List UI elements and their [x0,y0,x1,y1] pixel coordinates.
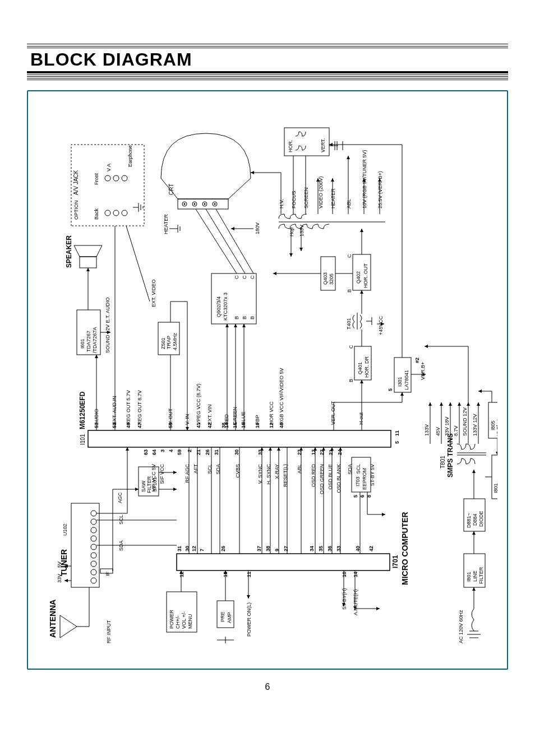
tuner-block: TUNER U102 33V 5V [57,503,99,587]
svg-text:26: 26 [205,449,210,455]
svg-text:26: 26 [220,546,226,551]
svg-text:15: 15 [232,423,238,428]
svg-text:ABL: ABL [346,199,352,208]
svg-text:PRE: PRE [220,611,225,622]
svg-point-11 [91,519,96,525]
svg-text:Q402: Q402 [356,271,361,284]
stby-label: ST-BY(H) [342,588,347,610]
svg-text:B: B [234,316,239,319]
svg-point-7 [91,553,96,558]
svg-text:31: 31 [214,449,219,455]
svg-text:133V 12V: 133V 12V [472,414,478,436]
svg-point-90 [122,210,127,216]
t401-block: T401 +45VCC [346,290,384,346]
antenna-label: ANTENNA [48,600,57,638]
svg-text:Z501: Z501 [160,337,166,349]
page-number: 6 [0,682,535,692]
svg-rect-83 [71,145,144,226]
svg-text:TDA7267: TDA7267 [86,331,91,352]
svg-text:MENU: MENU [187,614,193,629]
ac-plug: AC 120V 60Hz [458,587,481,643]
svg-text:12: 12 [269,423,274,428]
svg-text:OPTION: OPTION [73,200,79,220]
svg-text:D881~: D881~ [466,513,472,528]
svg-text:V A: V A [106,164,112,171]
power-on-label: POWER ON(L) [246,602,252,637]
svg-text:SDA: SDA [118,540,124,551]
hor-out-block: Q402 HOR. OUT B C [347,229,371,293]
svg-text:EXT. VIN: EXT. VIN [207,404,213,425]
svg-point-10 [91,527,96,533]
svg-text:VER. OUT: VER. OUT [330,401,336,425]
svg-text:33: 33 [257,449,263,455]
svg-text:37: 37 [256,546,262,551]
diagram-rotated-canvas: ANTENNA TUNER U102 33V 5V [38,100,497,660]
svg-text:Earphone: Earphone [127,145,133,167]
svg-text:3: 3 [160,449,165,452]
svg-text:Front: Front [94,173,99,185]
svg-text:C: C [242,275,247,279]
svg-text:21: 21 [196,449,201,455]
svg-text:23: 23 [297,449,302,455]
svg-text:A/V JACK: A/V JACK [73,170,79,195]
svg-text:REG OUT 8.7V: REG OUT 8.7V [137,390,142,425]
svg-text:TRAP: TRAP [166,336,172,349]
svg-point-12 [91,511,96,516]
svg-text:FILTER: FILTER [478,567,484,584]
svg-text:64: 64 [151,449,157,455]
svg-text:33V 18V: 33V 18V [444,416,450,436]
svg-text:12: 12 [179,572,185,577]
chip-right-signal-labels: AUDIO EXT. AUD.IN REG OUT 5.7V REG OUT 8… [94,368,364,425]
svg-text:EXT. AUD.IN: EXT. AUD.IN [112,396,117,425]
svg-text:IF: IF [105,571,110,576]
under-title-rules [27,75,508,80]
svg-text:53: 53 [112,423,117,428]
svg-text:D884: D884 [472,513,478,526]
mcu-right-pins: 3130127263738927343536334042 [177,546,374,551]
svg-text:HEATER: HEATER [330,188,336,208]
svg-point-131 [214,203,216,205]
svg-rect-81 [80,257,96,268]
svg-text:C: C [234,275,239,279]
svg-text:B: B [242,316,247,319]
svg-point-4 [91,578,96,583]
svg-text:10: 10 [342,572,347,577]
svg-text:59: 59 [177,449,182,455]
svg-text:HOR. DR: HOR. DR [364,356,370,378]
svg-text:VPEG VCC (8.7V): VPEG VCC (8.7V) [196,383,201,425]
svg-line-137 [206,209,245,273]
svg-point-9 [91,536,96,541]
svg-text:C: C [250,275,255,279]
top-rule [27,44,508,48]
svg-text:I805: I805 [490,420,496,430]
svg-text:I801: I801 [466,572,472,582]
svg-text:Q403: Q403 [322,272,328,285]
chip-left-signal-labels: VIF VCC 5V SIF VCC RF AGC AFT SCL SDA CV… [151,463,375,494]
svg-text:LINE: LINE [472,571,478,582]
svg-text:I601: I601 [80,338,85,349]
svg-text:7: 7 [199,549,205,551]
svg-text:24: 24 [337,449,343,455]
av-jack-block: A/V JACK OPTION Back Front V A Earphone [71,145,144,226]
coupler-block: I805 IC Photo Coupler [478,391,497,455]
svg-text:12: 12 [311,449,316,455]
svg-text:31: 31 [177,546,182,551]
svg-text:I101: I101 [80,434,86,445]
antenna-symbol: ANTENNA [48,600,89,638]
svg-text:M61250EFD: M61250EFD [79,391,86,429]
svg-text:VIDEO (200V): VIDEO (200V) [318,176,324,208]
svg-rect-35 [88,430,391,447]
svg-text:MICRO COMPUTER: MICRO COMPUTER [400,512,409,585]
speaker-block: SPEAKER [65,235,102,268]
svg-text:#2: #2 [414,358,420,363]
svg-text:I703: I703 [355,476,361,486]
svg-text:42: 42 [368,546,374,551]
svg-point-127 [194,203,196,205]
svg-text:SCL: SCL [118,514,124,525]
svg-point-88 [105,210,110,216]
svg-text:34: 34 [309,546,315,551]
svg-text:133V: 133V [424,424,430,436]
svg-text:KTC3207x 3: KTC3207x 3 [223,293,228,321]
svg-text:DIODE: DIODE [478,511,484,527]
amute-label: A.MUTE(H) [353,590,358,616]
